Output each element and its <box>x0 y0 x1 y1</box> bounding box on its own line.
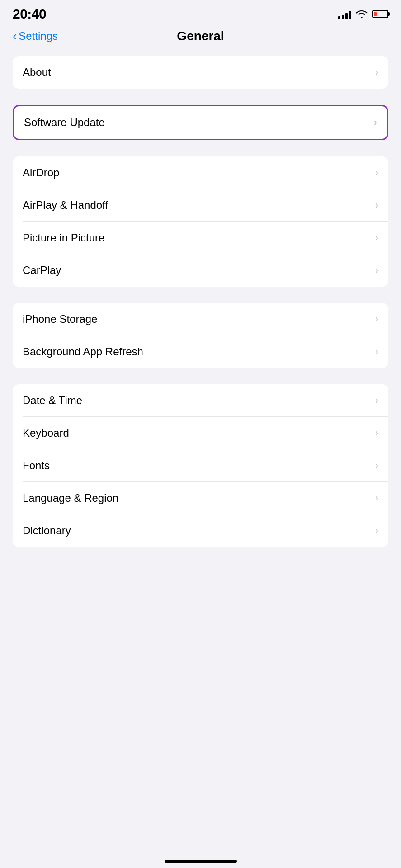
picture-in-picture-chevron-icon: › <box>375 232 378 244</box>
about-chevron-icon: › <box>375 66 378 78</box>
background-app-refresh-label: Background App Refresh <box>23 345 143 358</box>
nav-bar: ‹ Settings General <box>0 25 401 52</box>
carplay-chevron-icon: › <box>375 264 378 276</box>
dictionary-row[interactable]: Dictionary › <box>13 514 388 547</box>
status-bar: 20:40 <box>0 0 401 25</box>
status-icons <box>338 9 388 19</box>
back-button[interactable]: ‹ Settings <box>13 30 58 42</box>
about-group: About › <box>13 56 388 89</box>
fonts-row[interactable]: Fonts › <box>13 449 388 482</box>
settings-group-1: About › Software Update › <box>13 56 388 140</box>
carplay-row[interactable]: CarPlay › <box>13 254 388 287</box>
settings-group-2: AirDrop › AirPlay & Handoff › Picture in… <box>13 156 388 287</box>
back-chevron-icon: ‹ <box>13 30 17 42</box>
airplay-handoff-chevron-icon: › <box>375 199 378 211</box>
date-time-label: Date & Time <box>23 394 82 407</box>
date-time-chevron-icon: › <box>375 395 378 406</box>
dictionary-chevron-icon: › <box>375 525 378 537</box>
signal-bar-4 <box>349 11 351 19</box>
airdrop-label: AirDrop <box>23 166 59 179</box>
software-update-label: Software Update <box>24 116 105 129</box>
date-time-row[interactable]: Date & Time › <box>13 384 388 417</box>
iphone-storage-label: iPhone Storage <box>23 313 97 326</box>
keyboard-row[interactable]: Keyboard › <box>13 417 388 449</box>
airdrop-chevron-icon: › <box>375 167 378 179</box>
keyboard-chevron-icon: › <box>375 427 378 439</box>
picture-in-picture-label: Picture in Picture <box>23 231 104 244</box>
about-label: About <box>23 66 51 79</box>
status-time: 20:40 <box>13 6 46 22</box>
home-indicator <box>165 860 237 863</box>
fonts-chevron-icon: › <box>375 460 378 472</box>
signal-bar-3 <box>345 13 348 19</box>
background-app-refresh-chevron-icon: › <box>375 346 378 358</box>
settings-group-4: Date & Time › Keyboard › Fonts › Languag… <box>13 384 388 547</box>
background-app-refresh-row[interactable]: Background App Refresh › <box>13 335 388 368</box>
language-region-label: Language & Region <box>23 492 118 505</box>
battery-icon <box>372 10 388 18</box>
signal-icon <box>338 9 351 19</box>
airdrop-row[interactable]: AirDrop › <box>13 156 388 189</box>
airplay-handoff-label: AirPlay & Handoff <box>23 199 108 212</box>
home-indicator-container <box>0 860 401 868</box>
wifi-icon <box>356 9 368 19</box>
iphone-storage-chevron-icon: › <box>375 313 378 325</box>
settings-group-3: iPhone Storage › Background App Refresh … <box>13 303 388 368</box>
battery-fill <box>374 12 377 16</box>
settings-content: About › Software Update › AirDrop › AirP… <box>0 52 401 581</box>
software-update-chevron-icon: › <box>374 117 377 128</box>
iphone-storage-row[interactable]: iPhone Storage › <box>13 303 388 335</box>
signal-bar-2 <box>342 15 344 19</box>
language-region-chevron-icon: › <box>375 492 378 504</box>
dictionary-label: Dictionary <box>23 524 71 537</box>
airplay-handoff-row[interactable]: AirPlay & Handoff › <box>13 189 388 222</box>
back-label: Settings <box>19 30 58 42</box>
software-update-group: Software Update › <box>13 105 388 140</box>
language-region-row[interactable]: Language & Region › <box>13 482 388 514</box>
about-row[interactable]: About › <box>13 56 388 89</box>
picture-in-picture-row[interactable]: Picture in Picture › <box>13 222 388 254</box>
software-update-row[interactable]: Software Update › <box>14 106 387 139</box>
signal-bar-1 <box>338 16 340 19</box>
keyboard-label: Keyboard <box>23 427 69 439</box>
battery-body <box>372 10 388 18</box>
carplay-label: CarPlay <box>23 264 61 277</box>
fonts-label: Fonts <box>23 459 50 472</box>
page-title: General <box>177 29 224 43</box>
